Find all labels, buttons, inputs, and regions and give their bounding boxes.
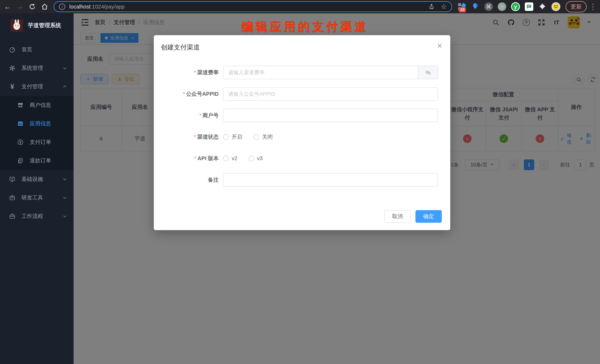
app-title: 芋道管理系统 bbox=[28, 22, 61, 29]
sidebar-item-pay-orders[interactable]: 支付订单 bbox=[0, 133, 74, 151]
percent-suffix: % bbox=[418, 66, 438, 79]
cancel-button[interactable]: 取消 bbox=[384, 210, 411, 223]
dialog-form: *渠道费率 % *公众号APPID *商户号 *渠道状态 bbox=[154, 66, 450, 195]
site-info-icon[interactable]: i bbox=[59, 3, 65, 10]
sidebar-menu: 首页 系统管理 ¥ 支付管理 商户信息 bbox=[0, 40, 74, 226]
ext-emoji-icon[interactable] bbox=[552, 2, 560, 11]
sidebar-item-refund-orders[interactable]: 退款订单 bbox=[0, 151, 74, 170]
ext-balloon-icon[interactable] bbox=[471, 2, 479, 11]
radio-api-v2[interactable]: v2 bbox=[223, 155, 237, 162]
required-asterisk: * bbox=[199, 112, 201, 118]
yen-circle-icon bbox=[15, 139, 26, 145]
browser-forward-icon[interactable]: → bbox=[15, 1, 25, 12]
grid-icon bbox=[15, 120, 26, 127]
sidebar: 芋道管理系统 首页 系统管理 ¥ 支付管理 bbox=[0, 13, 74, 364]
browser-reload-icon[interactable] bbox=[28, 1, 37, 12]
form-row-appid: *公众号APPID bbox=[154, 87, 450, 101]
radio-circle-icon bbox=[223, 156, 229, 161]
required-asterisk: * bbox=[183, 91, 185, 97]
radio-api-v3[interactable]: v3 bbox=[248, 155, 263, 162]
address-bar[interactable]: i localhost:1024/pay/app ☆ bbox=[54, 1, 452, 12]
ext-record-icon[interactable] bbox=[498, 2, 506, 11]
official-appid-input[interactable] bbox=[223, 87, 438, 101]
shop-icon bbox=[15, 102, 26, 108]
dashboard-icon bbox=[7, 46, 18, 53]
yen-icon: ¥ bbox=[7, 83, 18, 91]
annotation-text: 编辑应用的支付渠道 bbox=[241, 18, 368, 35]
radio-status-closed[interactable]: 关闭 bbox=[253, 133, 273, 141]
monitor-icon bbox=[7, 176, 18, 182]
extensions-puzzle-icon[interactable] bbox=[538, 2, 547, 11]
url-text[interactable]: localhost:1024/pay/app bbox=[69, 4, 124, 10]
sidebar-item-app-info[interactable]: 应用信息 bbox=[0, 114, 74, 133]
merchant-id-input[interactable] bbox=[223, 109, 438, 122]
radio-circle-icon bbox=[248, 156, 254, 161]
chevron-down-icon bbox=[62, 195, 67, 200]
sidebar-item-merchant-info[interactable]: 商户信息 bbox=[0, 96, 74, 114]
sidebar-item-home[interactable]: 首页 bbox=[0, 40, 74, 59]
ext-badge: 10 bbox=[459, 7, 466, 12]
sidebar-submenu-payment: 商户信息 应用信息 支付订单 退款订单 bbox=[0, 96, 74, 170]
extension-row: 10 ⌘ y bbox=[458, 2, 560, 11]
channel-rate-input[interactable] bbox=[224, 66, 418, 79]
confirm-button[interactable]: 确定 bbox=[415, 210, 442, 223]
ext-y-icon[interactable]: y bbox=[511, 2, 520, 11]
dialog-footer: 取消 确定 bbox=[384, 210, 442, 223]
dialog-title: 创建支付渠道 bbox=[161, 43, 200, 52]
browser-back-icon[interactable]: ← bbox=[3, 1, 12, 12]
briefcase-icon bbox=[7, 195, 18, 201]
documents-icon bbox=[15, 158, 26, 164]
sidebar-item-infrastructure[interactable]: 基础设施 bbox=[0, 170, 74, 189]
form-row-merchant: *商户号 bbox=[154, 109, 450, 122]
logo-bunny-icon bbox=[10, 19, 23, 32]
briefcase-icon bbox=[7, 213, 18, 219]
radio-circle-icon bbox=[253, 134, 259, 140]
chevron-down-icon bbox=[62, 214, 67, 219]
sidebar-item-system[interactable]: 系统管理 bbox=[0, 59, 74, 77]
chevron-down-icon bbox=[62, 66, 67, 71]
chevron-up-icon bbox=[62, 84, 67, 89]
browser-toolbar: ← → i localhost:1024/pay/app ☆ 10 ⌘ bbox=[0, 0, 600, 13]
ext-chat-icon[interactable] bbox=[525, 2, 533, 11]
chevron-down-icon bbox=[62, 177, 67, 182]
browser-home-icon[interactable] bbox=[40, 1, 49, 12]
dialog-close-icon[interactable]: × bbox=[437, 41, 442, 51]
create-pay-channel-dialog: 创建支付渠道 × *渠道费率 % *公众号APPID *商户号 * bbox=[154, 35, 450, 230]
sidebar-item-dev-tools[interactable]: 研发工具 bbox=[0, 189, 74, 207]
required-asterisk: * bbox=[194, 134, 196, 140]
share-icon[interactable] bbox=[429, 4, 434, 10]
bookmark-star-icon[interactable]: ☆ bbox=[441, 3, 447, 10]
radio-circle-icon bbox=[223, 134, 229, 140]
required-asterisk: * bbox=[194, 69, 196, 75]
radio-status-open[interactable]: 开启 bbox=[223, 133, 242, 141]
sidebar-item-payment[interactable]: ¥ 支付管理 bbox=[0, 77, 74, 96]
required-asterisk: * bbox=[194, 155, 196, 161]
browser-menu-icon[interactable]: ⋮ bbox=[589, 2, 597, 11]
form-row-api-version: *API 版本 v2 v3 bbox=[154, 152, 450, 165]
remark-input[interactable] bbox=[223, 173, 438, 187]
form-row-rate: *渠道费率 % bbox=[154, 66, 450, 79]
browser-update-button[interactable]: 更新 bbox=[565, 1, 587, 12]
sidebar-item-workflow[interactable]: 工作流程 bbox=[0, 207, 74, 226]
app-logo-row[interactable]: 芋道管理系统 bbox=[0, 13, 74, 34]
form-row-remark: 备注 bbox=[154, 173, 450, 187]
gear-icon bbox=[7, 65, 18, 71]
ext-command-icon[interactable]: ⌘ bbox=[484, 2, 493, 11]
form-row-status: *渠道状态 开启 关闭 bbox=[154, 130, 450, 144]
ext-grid-icon[interactable]: 10 bbox=[458, 2, 466, 11]
